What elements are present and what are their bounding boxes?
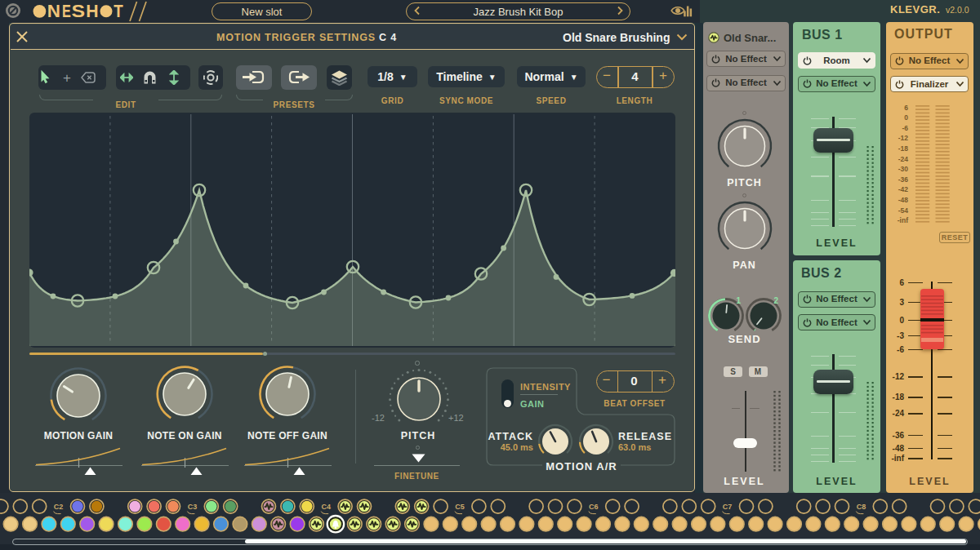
svg-text:E: E [62, 2, 71, 21]
svg-text:T: T [114, 2, 122, 21]
svg-text:H: H [86, 2, 98, 21]
svg-text:C4: C4 [321, 503, 331, 511]
svg-text:C5: C5 [455, 503, 465, 511]
svg-text:C3: C3 [188, 503, 198, 511]
svg-text:C2: C2 [54, 503, 64, 511]
svg-text:S: S [71, 2, 85, 21]
svg-text:C8: C8 [857, 503, 866, 511]
svg-text:N: N [47, 2, 60, 21]
svg-text:C7: C7 [723, 503, 733, 511]
svg-text:C6: C6 [589, 503, 599, 511]
